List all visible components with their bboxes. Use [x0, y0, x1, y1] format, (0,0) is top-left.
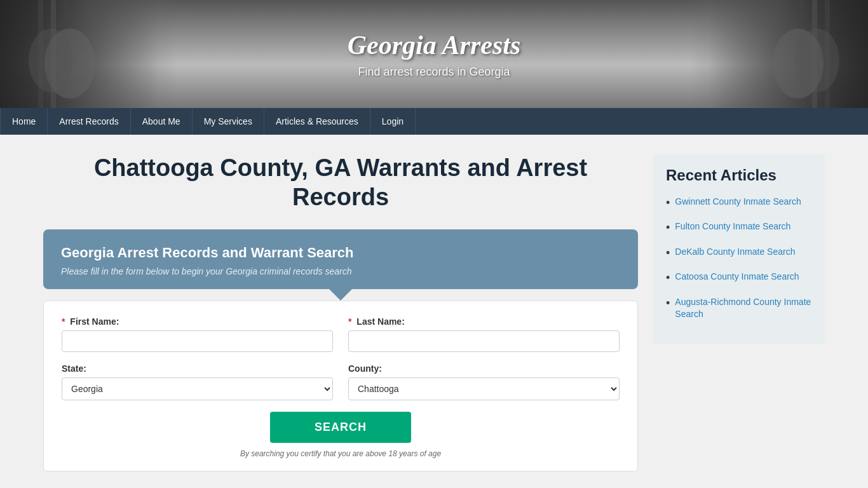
main-navigation: Home Arrest Records About Me My Services…	[0, 108, 868, 135]
first-name-required-star: *	[62, 316, 65, 327]
first-name-group: * First Name:	[62, 316, 333, 352]
county-group: County: Chattooga Fulton Gwinnett DeKalb…	[348, 363, 620, 400]
search-form: * First Name: * Last Name:	[62, 316, 620, 458]
main-content: Chattooga County, GA Warrants and Arrest…	[43, 154, 638, 471]
list-item: • Catoosa County Inmate Search	[666, 271, 812, 285]
recent-articles-title: Recent Articles	[666, 166, 812, 184]
list-item: • Augusta-Richmond County Inmate Search	[666, 296, 812, 321]
site-subtitle: Find arrest records in Georgia	[358, 65, 510, 79]
recent-articles-box: Recent Articles • Gwinnett County Inmate…	[653, 154, 825, 344]
bullet-icon: •	[666, 271, 670, 285]
first-name-label-text: First Name:	[70, 316, 119, 327]
search-card-pointer	[329, 289, 352, 301]
nav-about-me[interactable]: About Me	[131, 108, 193, 135]
list-item: • Gwinnett County Inmate Search	[666, 196, 812, 210]
search-form-wrapper: * First Name: * Last Name:	[43, 301, 638, 471]
bullet-icon: •	[666, 246, 670, 261]
site-title: Georgia Arrests	[348, 30, 521, 60]
form-note: By searching you certify that you are ab…	[62, 449, 620, 458]
article-link-dekalb[interactable]: DeKalb County Inmate Search	[675, 246, 795, 259]
nav-home[interactable]: Home	[0, 108, 48, 135]
first-name-input[interactable]	[62, 330, 333, 352]
bullet-icon: •	[666, 296, 670, 311]
list-item: • Fulton County Inmate Search	[666, 220, 812, 235]
nav-articles-resources[interactable]: Articles & Resources	[264, 108, 370, 135]
search-button-row: SEARCH	[62, 412, 620, 443]
last-name-label-text: Last Name:	[356, 316, 404, 327]
article-link-catoosa[interactable]: Catoosa County Inmate Search	[675, 271, 799, 283]
bullet-icon: •	[666, 196, 670, 210]
last-name-required-star: *	[348, 316, 351, 327]
search-card-subtitle: Please fill in the form below to begin y…	[61, 266, 620, 276]
location-row: State: Georgia Alabama Florida Tennessee…	[62, 363, 620, 400]
last-name-group: * Last Name:	[348, 316, 620, 352]
last-name-input[interactable]	[348, 330, 620, 352]
page-title: Chattooga County, GA Warrants and Arrest…	[43, 154, 638, 212]
nav-arrest-records[interactable]: Arrest Records	[48, 108, 130, 135]
bullet-icon: •	[666, 220, 670, 235]
name-row: * First Name: * Last Name:	[62, 316, 620, 352]
search-card-header: Georgia Arrest Records and Warrant Searc…	[43, 229, 638, 289]
nav-my-services[interactable]: My Services	[193, 108, 264, 135]
sidebar: Recent Articles • Gwinnett County Inmate…	[653, 154, 825, 471]
site-header: Georgia Arrests Find arrest records in G…	[0, 0, 868, 108]
article-link-gwinnett[interactable]: Gwinnett County Inmate Search	[675, 196, 801, 208]
search-card-title: Georgia Arrest Records and Warrant Searc…	[61, 245, 620, 261]
state-select[interactable]: Georgia Alabama Florida Tennessee	[62, 377, 333, 400]
state-group: State: Georgia Alabama Florida Tennessee	[62, 363, 333, 400]
article-link-fulton[interactable]: Fulton County Inmate Search	[675, 220, 790, 233]
county-select[interactable]: Chattooga Fulton Gwinnett DeKalb Catoosa	[348, 377, 620, 400]
first-name-label: * First Name:	[62, 316, 333, 327]
article-link-augusta-richmond[interactable]: Augusta-Richmond County Inmate Search	[675, 296, 812, 321]
list-item: • DeKalb County Inmate Search	[666, 246, 812, 261]
page-wrapper: Chattooga County, GA Warrants and Arrest…	[31, 135, 837, 488]
last-name-label: * Last Name:	[348, 316, 620, 327]
recent-articles-list: • Gwinnett County Inmate Search • Fulton…	[666, 196, 812, 321]
county-label: County:	[348, 363, 620, 374]
nav-login[interactable]: Login	[370, 108, 416, 135]
search-button[interactable]: SEARCH	[270, 412, 411, 443]
state-label: State:	[62, 363, 333, 374]
